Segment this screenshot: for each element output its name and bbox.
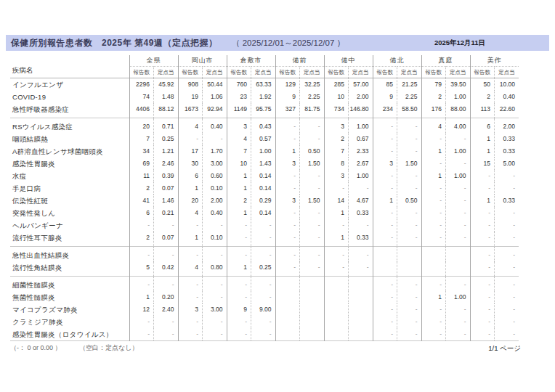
report-count-cell: 23 <box>227 91 251 103</box>
report-count-cell: - <box>178 277 203 292</box>
per-sentinel-cell: 0.33 <box>495 145 519 158</box>
report-count-cell: 1 <box>470 195 495 207</box>
per-sentinel-cell: - <box>154 316 179 328</box>
disease-name: A群溶血性レンサ球菌咽頭炎 <box>10 145 129 158</box>
report-count-cell: - <box>227 247 251 262</box>
per-sentinel-cell: 2.00 <box>349 91 373 103</box>
disease-name: 感染性胃腸炎（ロタウイルス） <box>10 328 129 341</box>
per-sentinel-cell: 1.48 <box>154 91 179 103</box>
disease-name: COVID-19 <box>10 91 129 103</box>
report-count-cell: 8 <box>324 158 349 170</box>
report-count-cell: 20 <box>178 195 203 207</box>
per-sentinel-cell: 0.33 <box>495 195 519 207</box>
per-sentinel-cell: 0.67 <box>349 133 373 145</box>
report-count-cell: - <box>129 328 154 341</box>
report-count-cell: 3 <box>324 170 349 182</box>
disease-name: 流行性耳下腺炎 <box>10 232 129 247</box>
report-count-cell: 4 <box>178 207 203 219</box>
per-sentinel-cell: - <box>495 316 519 328</box>
report-count-cell <box>275 328 300 341</box>
subcol-header: 定点当 <box>251 67 276 78</box>
report-count-cell: - <box>470 170 495 182</box>
per-sentinel-cell: 0.40 <box>203 207 227 219</box>
report-count-cell: 79 <box>421 78 446 91</box>
disease-name: RSウイルス感染症 <box>10 118 129 134</box>
report-count-cell: 9 <box>275 91 300 103</box>
table-row: 手足口病20.0710.1010.14---------- <box>10 182 519 195</box>
per-sentinel-cell: - <box>203 277 227 292</box>
per-sentinel-cell: - <box>203 219 227 232</box>
report-count-cell <box>324 303 349 316</box>
per-sentinel-cell: 0.10 <box>203 182 227 195</box>
report-count-cell <box>324 291 349 303</box>
report-count-cell: - <box>373 170 397 182</box>
subcol-header: 定点当 <box>495 67 519 78</box>
report-count-cell <box>373 247 397 262</box>
per-sentinel-cell: 0.50 <box>397 195 422 207</box>
per-sentinel-cell: - <box>495 303 519 316</box>
per-sentinel-cell: - <box>446 182 471 195</box>
per-sentinel-cell: 39.50 <box>446 78 471 91</box>
report-count-cell: - <box>227 316 251 328</box>
report-count-cell: - <box>275 182 300 195</box>
per-sentinel-cell: 0.25 <box>154 133 179 145</box>
report-count-cell: - <box>178 291 203 303</box>
per-sentinel-cell <box>349 316 373 328</box>
report-count-cell: - <box>470 261 495 277</box>
report-count-cell <box>275 303 300 316</box>
per-sentinel-cell: 0.60 <box>203 170 227 182</box>
report-count-cell: - <box>275 118 300 134</box>
per-sentinel-cell: 0.14 <box>251 182 276 195</box>
table-row: 急性呼吸器感染症440688.12167392.94114995.7532781… <box>10 103 519 118</box>
per-sentinel-cell: 0.07 <box>154 182 179 195</box>
per-sentinel-cell: - <box>495 182 519 195</box>
region-header: 岡山市 <box>178 55 227 67</box>
per-sentinel-cell: 0.21 <box>154 207 179 219</box>
disease-name: 手足口病 <box>10 182 129 195</box>
report-count-cell: 2 <box>421 91 446 103</box>
per-sentinel-cell: 2.40 <box>154 303 179 316</box>
report-count-cell: 2 <box>227 195 251 207</box>
per-sentinel-cell <box>349 291 373 303</box>
per-sentinel-cell: 3.00 <box>203 303 227 316</box>
report-count-cell: - <box>421 277 446 292</box>
per-sentinel-cell: 0.33 <box>349 232 373 247</box>
report-count-cell: - <box>470 316 495 328</box>
per-sentinel-cell: 1.06 <box>203 91 227 103</box>
report-count-cell: - <box>373 207 397 219</box>
report-count-cell: 9 <box>373 91 397 103</box>
per-sentinel-cell: 0.14 <box>251 170 276 182</box>
report-count-cell: 1 <box>470 133 495 145</box>
per-sentinel-cell <box>300 328 325 341</box>
report-count-cell: - <box>275 133 300 145</box>
per-sentinel-cell: 58.50 <box>397 103 422 118</box>
disease-group: 急性出血性結膜炎------------流行性角結膜炎50.4240.8010.… <box>10 247 519 277</box>
report-count-cell: 6 <box>470 118 495 134</box>
per-sentinel-cell: 2.25 <box>300 91 325 103</box>
per-sentinel-cell: - <box>446 277 471 292</box>
report-count-cell: - <box>373 145 397 158</box>
report-count-cell: 1 <box>227 207 251 219</box>
table-row: マイコプラズマ肺炎122.4033.0099.00------ <box>10 303 519 316</box>
per-sentinel-cell: 2.25 <box>397 91 422 103</box>
region-header: 備中 <box>324 55 373 67</box>
per-sentinel-cell: 0.80 <box>203 261 227 277</box>
report-count-cell: 3 <box>178 303 203 316</box>
per-sentinel-cell: - <box>203 133 227 145</box>
report-count-cell: - <box>373 118 397 134</box>
per-sentinel-cell: 88.00 <box>446 103 471 118</box>
report-count-cell: 908 <box>178 78 203 91</box>
report-count-cell: 129 <box>275 78 300 91</box>
table-row: 咽頭結膜熱70.25--40.57--20.67----10.33 <box>10 133 519 145</box>
report-count-cell: 3 <box>324 118 349 134</box>
report-count-cell: - <box>129 247 154 262</box>
report-count-cell: 4 <box>421 118 446 134</box>
report-count-cell: 734 <box>324 103 349 118</box>
subcol-header: 定点当 <box>349 67 373 78</box>
report-count-cell: 74 <box>129 91 154 103</box>
per-sentinel-cell: 22.60 <box>495 103 519 118</box>
report-count-cell: 15 <box>470 158 495 170</box>
report-count-cell: 30 <box>178 158 203 170</box>
report-count-cell: - <box>470 182 495 195</box>
report-count-cell: 3 <box>373 158 397 170</box>
